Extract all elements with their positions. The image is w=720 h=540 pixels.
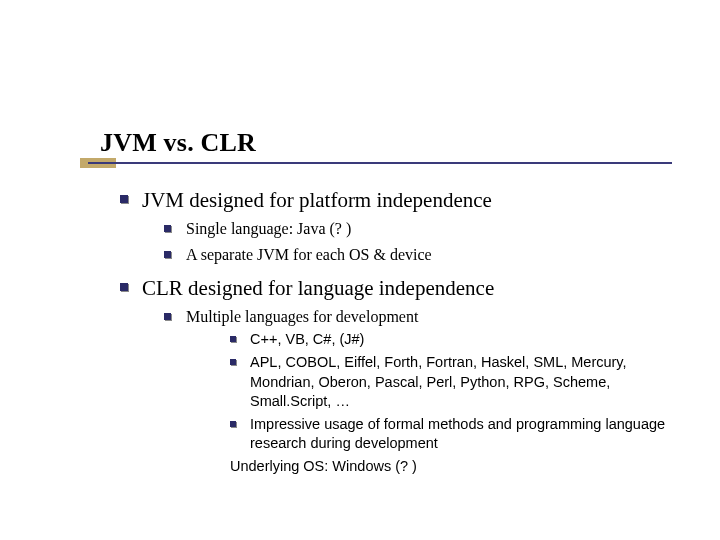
bullet-lvl2: A separate JVM for each OS & device — [164, 244, 680, 266]
bullet-lvl3: APL, COBOL, Eiffel, Forth, Fortran, Hask… — [230, 353, 680, 412]
bullet-lvl2: Single language: Java (? ) — [164, 218, 680, 240]
bullet-text: JVM designed for platform independence — [142, 188, 492, 212]
title-wrap: JVM vs. CLR — [100, 128, 660, 158]
bullet-lvl1: CLR designed for language independence M… — [120, 274, 680, 477]
bullet-text: A separate JVM for each OS & device — [186, 246, 432, 263]
title-underline — [88, 162, 672, 164]
bullet-trail: Underlying OS: Windows (? ) — [230, 457, 680, 477]
bullet-lvl3: C++, VB, C#, (J#) — [230, 330, 680, 350]
bullet-text: Single language: Java (? ) — [186, 220, 351, 237]
slide: JVM vs. CLR JVM designed for platform in… — [0, 0, 720, 540]
bullet-lvl2: Multiple languages for development C++, … — [164, 306, 680, 477]
bullet-text: Impressive usage of formal methods and p… — [250, 416, 665, 452]
bullet-text: CLR designed for language independence — [142, 276, 494, 300]
bullet-text: Multiple languages for development — [186, 308, 418, 325]
bullet-text: APL, COBOL, Eiffel, Forth, Fortran, Hask… — [250, 354, 627, 409]
content: JVM designed for platform independence S… — [120, 180, 680, 476]
slide-title: JVM vs. CLR — [100, 128, 660, 158]
bullet-text: C++, VB, C#, (J#) — [250, 331, 364, 347]
bullet-lvl3: Impressive usage of formal methods and p… — [230, 415, 680, 454]
bullet-lvl1: JVM designed for platform independence S… — [120, 186, 680, 266]
